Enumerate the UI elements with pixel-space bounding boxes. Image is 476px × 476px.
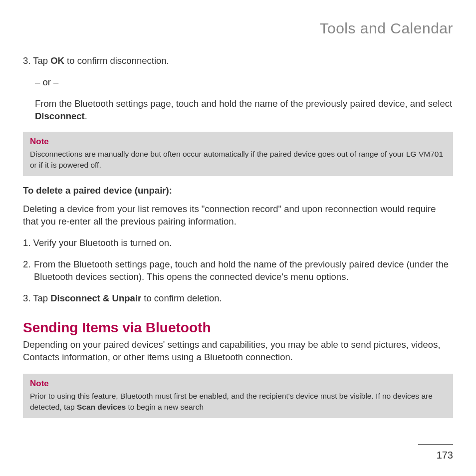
step-text-pre: 3. Tap — [23, 55, 50, 66]
step-alt: From the Bluetooth settings page, touch … — [23, 98, 453, 123]
delete-step-3: 3. Tap Disconnect & Unpair to confirm de… — [23, 292, 453, 305]
manual-page: Tools and Calendar 3. Tap OK to confirm … — [0, 0, 476, 447]
footer-rule — [418, 444, 453, 445]
note-box-1: Note Disconnections are manually done bu… — [23, 132, 453, 176]
delete-step-2: 2. From the Bluetooth settings page, tou… — [23, 258, 453, 283]
note-body: Prior to using this feature, Bluetooth m… — [30, 391, 446, 412]
page-footer: 173 — [418, 444, 453, 461]
step-text-bold: Disconnect & Unpair — [50, 293, 141, 303]
page-number: 173 — [418, 450, 453, 461]
step-or: – or – — [23, 76, 453, 89]
step-alt-bold: Disconnect — [35, 111, 85, 121]
subhead-delete: To delete a paired device (unpair): — [23, 185, 453, 196]
step-number: 2. — [23, 258, 34, 283]
note-box-2: Note Prior to using this feature, Blueto… — [23, 374, 453, 418]
note-label: Note — [30, 137, 446, 147]
note-body: Disconnections are manually done but oft… — [30, 149, 446, 170]
delete-step-1: 1. Verify your Bluetooth is turned on. — [23, 237, 453, 249]
note-label: Note — [30, 379, 446, 389]
step-text-post: to confirm disconnection. — [64, 55, 169, 66]
step-alt-pre: From the Bluetooth settings page, touch … — [35, 98, 452, 109]
note-body-bold: Scan devices — [77, 403, 126, 411]
note-body-post: to begin a new search — [126, 403, 204, 411]
step-text-pre: 3. Tap — [23, 293, 50, 303]
step-text-bold: OK — [50, 55, 64, 66]
heading-sending: Sending Items via Bluetooth — [23, 320, 453, 336]
sending-intro: Depending on your paired devices' settin… — [23, 339, 453, 364]
step-3-confirm: 3. Tap OK to confirm disconnection. — [23, 55, 453, 67]
step-alt-post: . — [85, 111, 87, 121]
step-body: From the Bluetooth settings page, touch … — [34, 258, 453, 283]
section-title: Tools and Calendar — [23, 20, 453, 37]
delete-intro: Deleting a device from your list removes… — [23, 203, 453, 228]
step-text-post: to confirm deletion. — [141, 293, 222, 303]
